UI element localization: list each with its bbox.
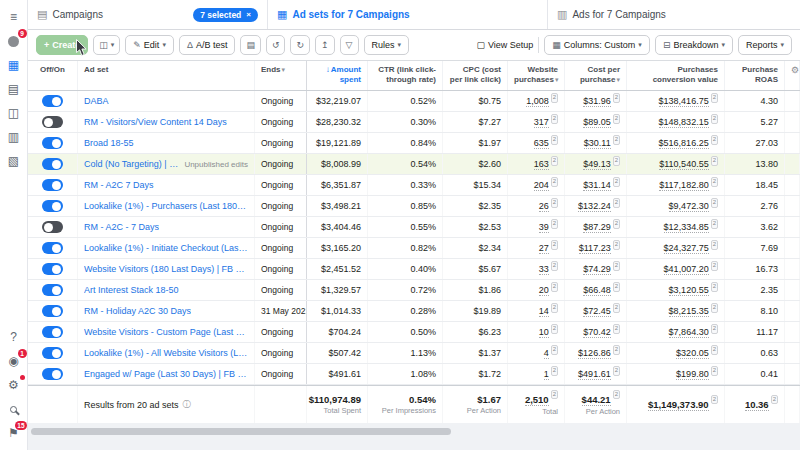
ctr-cell: 0.28% <box>368 301 443 321</box>
close-icon[interactable]: × <box>246 10 251 19</box>
notifications-icon[interactable]: ◉ 1 <box>5 353 23 369</box>
table-row[interactable]: Website Visitors (180 Last Days) | FB Fe… <box>28 259 800 280</box>
adset-toggle[interactable] <box>42 137 63 149</box>
adset-name[interactable]: Website Visitors (180 Last Days) | FB Fe… <box>84 264 248 274</box>
column-settings[interactable]: ⚙ <box>785 61 800 90</box>
adset-toggle[interactable] <box>42 347 63 359</box>
filter-button[interactable]: ▽ <box>340 35 359 55</box>
account-shortcut[interactable]: 9 <box>5 33 23 49</box>
tab-ads[interactable]: ▥ Ads for 7 Campaigns <box>548 0 800 29</box>
roas-cell: 4.30 <box>725 91 785 111</box>
table-row[interactable]: Cold (No Targeting) | FB Fee... Unpublis… <box>28 154 800 175</box>
toggle-cell <box>28 301 78 321</box>
roas-total-value: 10.36 <box>745 399 769 411</box>
breakdown-button[interactable]: ⊟ Breakdown ▾ <box>655 35 733 55</box>
col-header-website-purchases[interactable]: Website purchases▾ <box>508 61 565 90</box>
create-button[interactable]: + Create <box>36 35 88 55</box>
adset-toggle[interactable] <box>42 284 63 296</box>
toggle-knob <box>44 223 53 232</box>
undo-button[interactable]: ↺ <box>266 35 286 55</box>
col-header-adset[interactable]: Ad set <box>78 61 255 90</box>
notifications-badge: 1 <box>18 349 27 358</box>
cost-per-purchase-cell: $126.862 <box>565 343 627 363</box>
table-row[interactable]: Lookalike (1%) - All Website Visitors (L… <box>28 343 800 364</box>
adset-name[interactable]: DABA <box>84 96 109 106</box>
campaigns-nav-icon[interactable]: ▤ <box>5 81 23 97</box>
adset-toggle[interactable] <box>42 221 63 233</box>
settings-icon[interactable]: ⚙ <box>5 377 23 393</box>
rules-button[interactable]: Rules ▾ <box>364 35 410 55</box>
col-header-roas[interactable]: Purchase ROAS <box>725 61 785 90</box>
tab-campaigns[interactable]: ▤ Campaigns 7 selected × <box>28 0 268 29</box>
horizontal-scrollbar[interactable] <box>31 428 451 435</box>
redo-button[interactable]: ↻ <box>290 35 310 55</box>
adset-name[interactable]: Lookalike (1%) - Initiate Checkout (Last… <box>84 243 248 253</box>
table-row[interactable]: RM - Holiday A2C 30 Days 31 May 2021 $1,… <box>28 301 800 322</box>
col-header-off-on[interactable]: Off/On <box>28 61 78 90</box>
duplicate-button[interactable]: ◫ ▾ <box>93 35 120 55</box>
adset-name[interactable]: RM - Holiday A2C 30 Days <box>84 306 191 316</box>
columns-button[interactable]: ▦ Columns: Custom ▾ <box>544 35 650 55</box>
ab-test-button[interactable]: Δ A/B test <box>179 35 236 55</box>
table-row[interactable]: Lookalike (1%) - Purchasers (Last 180 Da… <box>28 196 800 217</box>
adset-toggle[interactable] <box>42 305 63 317</box>
table-row[interactable]: RM - Visitors/View Content 14 Days Ongoi… <box>28 112 800 133</box>
conversion-value-value: $3,120.55 <box>669 285 709 296</box>
adset-name[interactable]: Website Visitors - Custom Page (Last 30 … <box>84 327 248 337</box>
adset-toggle[interactable] <box>42 263 63 275</box>
adset-toggle[interactable] <box>42 95 63 107</box>
col-header-amount-spent[interactable]: ↓Amount spent <box>307 61 368 90</box>
table-row[interactable]: Website Visitors - Custom Page (Last 30 … <box>28 322 800 343</box>
adset-toggle[interactable] <box>42 158 63 170</box>
analytics-icon[interactable]: ▥ <box>5 129 23 145</box>
events-manager-icon[interactable]: ▧ <box>5 153 23 169</box>
adset-name[interactable]: Broad 18-55 <box>84 138 134 148</box>
adset-toggle[interactable] <box>42 242 63 254</box>
info-icon[interactable]: ⓘ <box>183 399 191 410</box>
adset-name[interactable]: Engaged w/ Page (Last 30 Days) | FB Feed… <box>84 369 248 379</box>
notes-button[interactable]: ▤ <box>240 35 261 55</box>
search-icon[interactable] <box>5 401 23 417</box>
edit-button[interactable]: ✎ Edit ▾ <box>125 35 174 55</box>
adset-toggle[interactable] <box>42 179 63 191</box>
table-row[interactable]: Lookalike (1%) - Initiate Checkout (Last… <box>28 238 800 259</box>
col-header-ctr[interactable]: CTR (link click-through rate) <box>368 61 443 90</box>
tab-ad-sets[interactable]: ▦ Ad sets for 7 Campaigns <box>268 0 548 29</box>
adset-name[interactable]: Cold (No Targeting) | FB Fee... <box>84 159 179 169</box>
pill-label: 7 selected <box>200 10 241 20</box>
help-icon[interactable]: ? <box>5 329 23 345</box>
adset-toggle[interactable] <box>42 326 63 338</box>
total-spent-label: Total Spent <box>323 406 361 415</box>
adset-toggle[interactable] <box>42 116 63 128</box>
table-row[interactable]: RM - A2C 7 Days Ongoing $6,351.87 0.33% … <box>28 175 800 196</box>
adset-name[interactable]: Lookalike (1%) - All Website Visitors (L… <box>84 348 248 358</box>
col-header-cpc[interactable]: CPC (cost per link click) <box>443 61 508 90</box>
adset-toggle[interactable] <box>42 368 63 380</box>
table-row[interactable]: Engaged w/ Page (Last 30 Days) | FB Feed… <box>28 364 800 385</box>
adset-toggle[interactable] <box>42 200 63 212</box>
table-row[interactable]: DABA Ongoing $32,219.07 0.52% $0.75 1,00… <box>28 91 800 112</box>
cpc-cell: $1.86 <box>443 280 508 300</box>
adset-name[interactable]: Lookalike (1%) - Purchasers (Last 180 Da… <box>84 201 248 211</box>
reports-button[interactable]: Reports ▾ <box>738 35 792 55</box>
adset-name[interactable]: RM - A2C 7 Days <box>84 180 154 190</box>
adset-name[interactable]: Art Interest Stack 18-50 <box>84 285 179 295</box>
attribution-sup: 2 <box>613 366 620 375</box>
col-header-conversion-value[interactable]: Purchases conversion value <box>627 61 725 90</box>
flag-icon[interactable]: ⚑ 15 <box>5 425 23 441</box>
col-header-cost-per-purchase[interactable]: Cost per purchase▾ <box>565 61 627 90</box>
selected-filter-pill[interactable]: 7 selected × <box>193 8 258 22</box>
audiences-icon[interactable]: ◫ <box>5 105 23 121</box>
table-row[interactable]: RM - A2C - 7 Days Ongoing $3,404.46 0.55… <box>28 217 800 238</box>
menu-icon[interactable]: ≡ <box>5 9 23 25</box>
adset-name[interactable]: RM - Visitors/View Content 14 Days <box>84 117 227 127</box>
table-row[interactable]: Broad 18-55 Ongoing $19,121.89 0.84% $1.… <box>28 133 800 154</box>
table-row[interactable]: Art Interest Stack 18-50 Ongoing $1,329.… <box>28 280 800 301</box>
export-button[interactable]: ↥ <box>315 35 335 55</box>
col-header-ends[interactable]: Ends▾ <box>255 61 307 90</box>
ads-manager-icon[interactable]: ▦ <box>5 57 23 73</box>
conversion-value-cell: $24,327.752 <box>627 238 725 258</box>
purchases-total-label: Total <box>542 407 558 416</box>
adset-name[interactable]: RM - A2C - 7 Days <box>84 222 159 232</box>
view-setup-button[interactable]: ▢ View Setup <box>476 40 533 50</box>
